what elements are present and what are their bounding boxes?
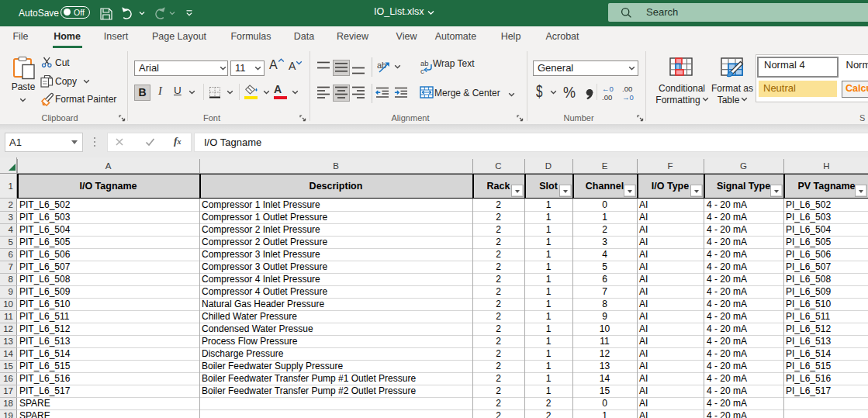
svg-text:←0: ←0	[602, 85, 614, 93]
svg-text:→0: →0	[622, 93, 634, 102]
svg-text:c: c	[420, 67, 424, 74]
svg-text:ab: ab	[377, 60, 386, 70]
svg-text:.00: .00	[622, 85, 632, 93]
svg-text:.00: .00	[602, 93, 612, 102]
